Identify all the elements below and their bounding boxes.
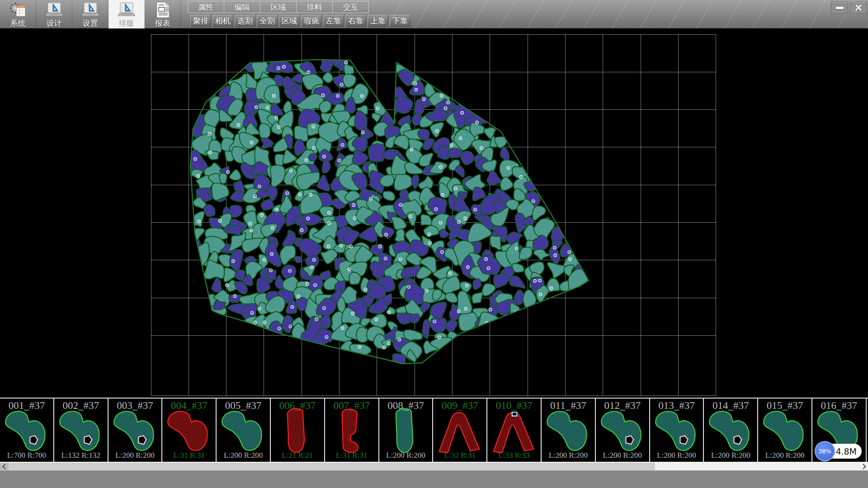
toolbar-streak-decoration: [375, 0, 868, 28]
part-name: 002_#37: [54, 400, 108, 412]
part-lr-count: L:21 R:21: [271, 451, 324, 460]
menu-tab-1[interactable]: 属性: [188, 1, 224, 13]
part-lr-count: L:200 R:200: [379, 451, 433, 460]
part-thumbnail-015_#37[interactable]: 015_#37L:200 R:200: [758, 399, 812, 462]
part-lr-count: L:33 R:33: [487, 451, 541, 460]
part-thumbnail-001_#37[interactable]: 001_#37L:700 R:700: [0, 399, 54, 462]
design-ruler-icon: [45, 1, 63, 19]
horizontal-scrollbar[interactable]: [0, 462, 868, 470]
part-thumbnail-007_#37[interactable]: 007_#37L:31 R:31: [325, 399, 379, 462]
part-name: 006_#37: [271, 400, 324, 412]
tool-button-4[interactable]: 全割: [257, 15, 278, 27]
part-name: 010_#37: [487, 400, 541, 412]
main-button-label: 设置: [83, 19, 98, 28]
part-thumbnail-012_#37[interactable]: 012_#37L:200 R:200: [596, 399, 650, 462]
tool-button-1[interactable]: 聚排: [190, 15, 211, 27]
window-controls: [831, 1, 867, 14]
part-lr-count: L:200 R:200: [542, 451, 595, 460]
part-lr-count: L:132 R:132: [54, 451, 108, 460]
main-button-bar: 系统 设计 设置 排版 报表: [0, 0, 181, 28]
part-name: 003_#37: [108, 400, 162, 412]
memory-badge[interactable]: 384.8M 38%: [815, 441, 863, 461]
chevron-right-icon: [860, 464, 866, 469]
menu-tab-4[interactable]: 排料: [296, 1, 333, 13]
main-toolbar: 系统 设计 设置 排版 报表 属性编辑区域排料交互 聚排相机选割全割区域瑕疵左靠…: [0, 0, 868, 28]
part-name: 012_#37: [596, 400, 649, 412]
part-thumbnail-013_#37[interactable]: 013_#37L:200 R:200: [650, 399, 704, 462]
part-lr-count: L:200 R:200: [704, 451, 757, 460]
part-thumbnail-006_#37[interactable]: 006_#37L:21 R:21: [271, 399, 325, 462]
part-name: 001_#37: [0, 400, 53, 412]
menu-tab-5[interactable]: 交互: [332, 1, 369, 13]
tool-button-6[interactable]: 瑕疵: [301, 15, 322, 27]
part-lr-count: L:200 R:200: [108, 451, 162, 460]
part-lr-count: L:200 R:200: [596, 451, 649, 460]
system-gear-icon: [9, 1, 27, 19]
main-button-label: 排版: [119, 19, 134, 28]
minimize-icon: [836, 7, 844, 9]
nesting-canvas[interactable]: [0, 29, 868, 398]
menu-tab-bar: 属性编辑区域排料交互: [188, 1, 369, 13]
part-name: 009_#37: [433, 400, 486, 412]
part-name: 005_#37: [217, 400, 270, 412]
part-thumbnail-009_#37[interactable]: 009_#37L:32 R:31: [433, 399, 487, 462]
status-bar: [0, 470, 868, 488]
menu-tab-3[interactable]: 区域: [260, 1, 297, 13]
memory-percent-label: 38%: [818, 448, 831, 455]
part-name: 007_#37: [325, 400, 378, 412]
tool-button-8[interactable]: 右靠: [345, 15, 366, 27]
tool-button-3[interactable]: 选割: [235, 15, 255, 27]
report-doc-icon: [155, 1, 170, 19]
part-lr-count: L:31 R:31: [325, 451, 378, 460]
main-button-label: 报表: [155, 19, 170, 28]
part-thumbnail-005_#37[interactable]: 005_#37L:200 R:200: [217, 399, 271, 462]
tool-button-2[interactable]: 相机: [212, 15, 233, 27]
part-name: 014_#37: [704, 400, 757, 412]
part-lr-count: L:700 R:700: [0, 451, 53, 460]
part-thumbnail-002_#37[interactable]: 002_#37L:132 R:132: [54, 399, 108, 462]
menu-tab-2[interactable]: 编辑: [224, 1, 260, 13]
settings-ruler-icon: [81, 1, 99, 19]
part-name: 011_#37: [542, 400, 595, 412]
tool-button-9[interactable]: 上靠: [368, 15, 388, 27]
part-name: 004_#37: [162, 400, 216, 412]
part-lr-count: L:200 R:200: [650, 451, 703, 460]
part-lr-count: L:31 R:31: [162, 451, 216, 460]
tool-button-10[interactable]: 下靠: [390, 15, 410, 27]
part-name: 013_#37: [650, 400, 703, 412]
part-lr-count: L:32 R:31: [433, 451, 486, 460]
main-button-nesting-ruler[interactable]: 排版: [108, 0, 145, 28]
scroll-right-button[interactable]: [859, 463, 868, 470]
tool-button-5[interactable]: 区域: [279, 15, 300, 27]
part-lr-count: L:200 R:200: [758, 451, 811, 460]
nesting-app-window: 系统 设计 设置 排版 报表 属性编辑区域排料交互 聚排相机选割全割区域瑕疵左靠…: [0, 0, 868, 488]
nesting-workspace: [0, 29, 868, 398]
main-button-label: 系统: [10, 19, 26, 28]
main-button-design-ruler[interactable]: 设计: [36, 0, 72, 28]
nesting-ruler-icon: [118, 1, 136, 19]
main-button-settings-ruler[interactable]: 设置: [72, 0, 108, 28]
main-button-report-doc[interactable]: 报表: [145, 0, 181, 28]
part-thumbnail-010_#37[interactable]: 010_#37L:33 R:33: [487, 399, 542, 462]
chevron-left-icon: [2, 464, 8, 469]
part-thumbnail-003_#37[interactable]: 003_#37L:200 R:200: [108, 399, 163, 462]
main-button-label: 设计: [47, 19, 62, 28]
part-lr-count: L:200 R:200: [217, 451, 270, 460]
main-button-system-gear[interactable]: 系统: [0, 0, 36, 28]
part-thumbnail-011_#37[interactable]: 011_#37L:200 R:200: [542, 399, 596, 462]
minimize-button[interactable]: [831, 1, 848, 14]
part-thumbnail-008_#37[interactable]: 008_#37L:200 R:200: [379, 399, 434, 462]
scrollbar-thumb[interactable]: [9, 463, 655, 470]
part-name: 008_#37: [379, 400, 433, 412]
parts-thumbnail-strip: 001_#37L:700 R:700002_#37L:132 R:132003_…: [0, 398, 868, 462]
part-name: 015_#37: [758, 400, 811, 412]
part-thumbnail-004_#37[interactable]: 004_#37L:31 R:31: [162, 399, 217, 462]
part-thumbnail-014_#37[interactable]: 014_#37L:200 R:200: [704, 399, 758, 462]
memory-percent-circle: 38%: [815, 441, 835, 461]
tool-button-bar: 聚排相机选割全割区域瑕疵左靠右靠上靠下靠: [190, 15, 410, 27]
part-name: 016_#37: [812, 400, 866, 412]
tool-button-7[interactable]: 左靠: [323, 15, 344, 27]
close-button[interactable]: [850, 1, 867, 14]
scroll-left-button[interactable]: [0, 463, 9, 470]
close-icon: [855, 5, 862, 11]
